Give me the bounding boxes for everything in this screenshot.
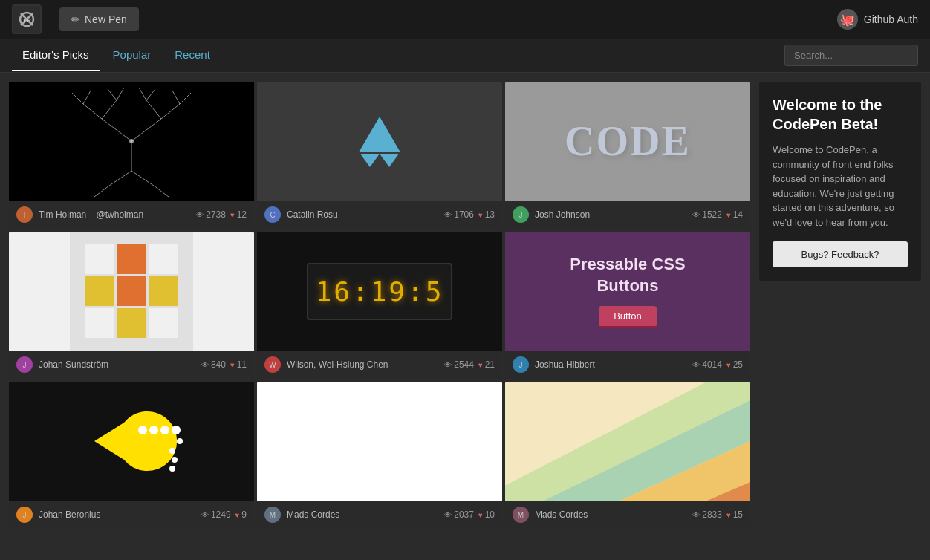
pen-likes-5: 21 [478,359,495,370]
pen-views-8: 2037 [444,509,473,520]
pen-likes-1: 12 [230,209,247,220]
pen-meta-4: J Johan Sundström 840 11 [9,351,254,379]
pen-card-4[interactable]: J Johan Sundström 840 11 [9,232,254,379]
svg-point-35 [177,438,183,444]
navigation: Editor's Picks Popular Recent [0,39,930,73]
pen-stats-4: 840 11 [201,359,247,370]
pen-card-2[interactable]: C Catalin Rosu 1706 13 [257,82,502,229]
svg-point-33 [160,426,169,434]
logo[interactable]: CP [12,4,42,34]
pen-views-6: 4014 [692,359,721,370]
pen-likes-4: 11 [230,359,247,370]
tab-editors-picks[interactable]: Editor's Picks [12,39,100,71]
search-input[interactable] [784,45,918,66]
svg-point-34 [172,426,181,434]
svg-point-38 [169,466,175,472]
pen-likes-8: 10 [478,509,495,520]
svg-point-37 [172,457,178,463]
pen-meta-5: W Wilson, Wei-Hsiung Chen 2544 21 [257,351,502,379]
pen-card-5[interactable]: 16:19:5 W Wilson, Wei-Hsiung Chen 2544 2… [257,232,502,379]
header: CP ✏ New Pen 🐙 Github Auth [0,0,930,39]
pen-meta-9: M Mads Cordes 2833 15 [505,501,750,529]
svg-point-31 [138,426,147,434]
new-pen-label: New Pen [85,13,127,25]
pen-stats-2: 1706 13 [444,209,495,220]
pen-stats-9: 2833 15 [692,509,743,520]
pen-views-2: 1706 [444,209,473,220]
pen-card-1[interactable]: T Tim Holman – @twholman 2738 12 [9,82,254,229]
nav-tabs: Editor's Picks Popular Recent [12,39,221,71]
svg-point-36 [169,448,175,454]
avatar-5: W [264,356,281,373]
github-auth-button[interactable]: 🐙 Github Auth [837,9,918,30]
pressable-text: Pressable CSSButtons [570,254,685,296]
pen-likes-2: 13 [478,209,495,220]
avatar-2: C [264,206,281,223]
pen-meta-7: J Johan Beronius 1249 9 [9,501,254,529]
pen-likes-9: 15 [726,509,743,520]
clock-display: 16:19:5 [316,276,444,307]
pen-likes-6: 25 [726,359,743,370]
svg-marker-26 [359,117,400,152]
pen-author-7: Johan Beronius [39,509,195,520]
code-preview-text: CODE [565,117,691,165]
pen-views-7: 1249 [201,509,230,520]
pen-preview-6: Pressable CSSButtons Button [505,232,750,351]
pen-views-5: 2544 [444,359,473,370]
welcome-box: Welcome to the CodePen Beta! Welcome to … [759,82,921,281]
welcome-text: Welcome to CodePen, a community of front… [773,143,908,229]
sidebar: Welcome to the CodePen Beta! Welcome to … [759,82,921,529]
pen-stats-1: 2738 12 [196,209,247,220]
tab-recent[interactable]: Recent [164,39,221,71]
pen-stats-6: 4014 25 [692,359,743,370]
github-icon: 🐙 [837,9,858,30]
pen-author-3: Josh Johnson [535,209,686,220]
feedback-button[interactable]: Bugs? Feedback? [773,241,908,267]
logo-icon: CP [12,4,42,34]
avatar-4: J [16,356,33,373]
pen-preview-2 [257,82,502,201]
pen-card-3[interactable]: CODE J Josh Johnson 1522 14 [505,82,750,229]
pen-views-4: 840 [201,359,226,370]
pen-meta-1: T Tim Holman – @twholman 2738 12 [9,201,254,229]
new-pen-button[interactable]: ✏ New Pen [59,7,139,31]
svg-marker-28 [360,154,380,167]
svg-marker-29 [380,154,399,167]
pen-author-4: Johan Sundström [39,359,195,370]
pen-card-8[interactable]: M Mads Cordes 2037 10 [257,382,502,529]
svg-point-32 [149,426,158,434]
pen-author-9: Mads Cordes [535,509,686,520]
pen-meta-3: J Josh Johnson 1522 14 [505,201,750,229]
avatar-6: J [513,356,529,373]
tab-popular[interactable]: Popular [103,39,162,71]
pen-author-8: Mads Cordes [287,509,438,520]
main-content: T Tim Holman – @twholman 2738 12 [0,73,930,538]
pen-preview-3: CODE [505,82,750,201]
pen-card-9[interactable]: M Mads Cordes 2833 15 [505,382,750,529]
pen-meta-2: C Catalin Rosu 1706 13 [257,201,502,229]
welcome-title: Welcome to the CodePen Beta! [773,95,908,134]
avatar-7: J [16,507,33,523]
pen-likes-7: 9 [235,509,247,520]
pen-views-3: 1522 [692,209,721,220]
pen-card-7[interactable]: J Johan Beronius 1249 9 [9,382,254,529]
pen-author-6: Joshua Hibbert [535,359,686,370]
avatar-3: J [513,206,529,223]
pen-stats-3: 1522 14 [692,209,743,220]
pen-meta-8: M Mads Cordes 2037 10 [257,501,502,529]
pen-preview-5: 16:19:5 [257,232,502,351]
pen-author-5: Wilson, Wei-Hsiung Chen [287,359,438,370]
pen-preview-9 [505,382,750,501]
pen-stats-5: 2544 21 [444,359,495,370]
pen-author-1: Tim Holman – @twholman [39,209,190,220]
pen-stats-7: 1249 9 [201,509,247,520]
svg-point-25 [129,139,134,143]
grid-squares-preview [85,244,178,338]
pen-preview-7 [9,382,254,501]
avatar-8: M [264,507,281,523]
pen-preview-8 [257,382,502,501]
pen-card-6[interactable]: Pressable CSSButtons Button J Joshua Hib… [505,232,750,379]
header-left: CP ✏ New Pen [12,4,139,34]
pen-views-1: 2738 [196,209,225,220]
pens-grid: T Tim Holman – @twholman 2738 12 [9,82,750,529]
